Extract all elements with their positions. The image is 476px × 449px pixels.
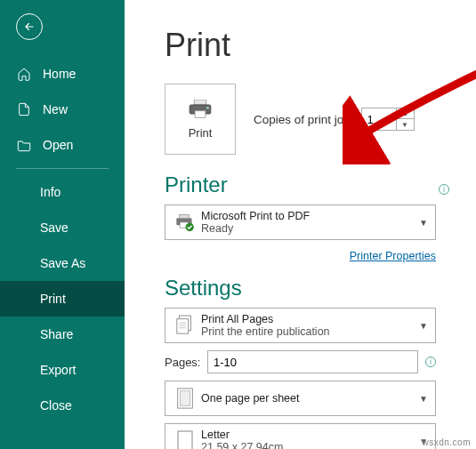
pages-icon	[173, 315, 198, 336]
print-pages-dropdown[interactable]: Print All Pages Print the entire publica…	[165, 308, 436, 343]
sidebar-item-open[interactable]: Open	[0, 127, 125, 163]
copies-input[interactable]	[362, 113, 396, 126]
sidebar-item-save[interactable]: Save	[0, 210, 125, 245]
sidebar-item-save-as[interactable]: Save As	[0, 245, 125, 281]
main-panel: Print Print Copies of print job: ▲ ▼ Pri…	[125, 0, 476, 449]
svg-rect-15	[178, 431, 192, 449]
chevron-down-icon: ▼	[419, 321, 428, 331]
sidebar-item-share[interactable]: Share	[0, 317, 125, 352]
page-title: Print	[165, 27, 449, 64]
sidebar-item-close[interactable]: Close	[0, 388, 125, 423]
pages-info-icon[interactable]: i	[425, 357, 436, 367]
sheet-setting-title: One page per sheet	[201, 392, 419, 405]
sidebar-item-label: Open	[43, 138, 73, 152]
copies-spinner-down[interactable]: ▼	[397, 119, 414, 130]
settings-section-title: Settings	[165, 276, 449, 301]
svg-rect-2	[195, 110, 206, 117]
sheet-icon	[173, 388, 198, 409]
printer-icon	[188, 100, 213, 119]
sidebar-item-export[interactable]: Export	[0, 352, 125, 388]
chevron-down-icon: ▼	[419, 394, 428, 404]
svg-rect-5	[179, 214, 189, 218]
printer-info-icon[interactable]: i	[439, 184, 449, 195]
sidebar-divider	[16, 168, 109, 169]
pages-range-row: Pages: i	[165, 350, 436, 373]
back-arrow-icon	[23, 20, 36, 33]
sidebar-item-new[interactable]: New	[0, 92, 125, 127]
sidebar-item-info[interactable]: Info	[0, 174, 125, 210]
copies-label: Copies of print job:	[254, 113, 354, 126]
back-button[interactable]	[16, 13, 43, 40]
copies-group: Copies of print job: ▲ ▼	[254, 108, 415, 131]
pages-range-input[interactable]	[207, 350, 418, 373]
paper-icon	[173, 430, 198, 449]
home-icon	[16, 67, 32, 81]
print-row: Print Copies of print job: ▲ ▼	[165, 84, 449, 155]
copies-spinner: ▲ ▼	[396, 108, 414, 130]
printer-properties-link[interactable]: Printer Properties	[350, 250, 436, 262]
pages-setting-title: Print All Pages	[201, 313, 419, 325]
sidebar-item-label: New	[43, 102, 68, 116]
svg-point-3	[206, 107, 209, 109]
sidebar-item-label: Export	[40, 363, 76, 377]
backstage-sidebar: Home New Open Info Save Save As Print Sh…	[0, 0, 125, 449]
open-icon	[16, 138, 32, 152]
sidebar-item-print[interactable]: Print	[0, 281, 125, 317]
printer-dropdown[interactable]: Microsoft Print to PDF Ready ▼	[165, 204, 436, 240]
sidebar-item-label: Close	[40, 398, 72, 413]
sidebar-item-home[interactable]: Home	[0, 56, 125, 92]
pages-setting-sub: Print the entire publication	[201, 325, 419, 338]
watermark: wsxdn.com	[422, 437, 471, 447]
paper-dropdown[interactable]: Letter 21.59 x 27.94cm ▼	[165, 423, 436, 449]
sidebar-item-label: Print	[40, 292, 66, 306]
printer-status: Ready	[201, 222, 419, 235]
sidebar-item-label: Save	[40, 220, 69, 235]
svg-rect-0	[194, 100, 206, 105]
sidebar-item-label: Info	[40, 185, 61, 199]
new-icon	[16, 102, 32, 116]
sidebar-item-label: Save As	[40, 256, 85, 270]
copies-input-container: ▲ ▼	[361, 108, 415, 131]
paper-setting-title: Letter	[201, 429, 419, 441]
printer-section-title: Printer	[165, 172, 228, 197]
copies-spinner-up[interactable]: ▲	[397, 108, 414, 119]
sheet-dropdown[interactable]: One page per sheet ▼	[165, 381, 436, 416]
print-button-label: Print	[189, 126, 213, 140]
sidebar-item-label: Home	[43, 67, 76, 81]
sidebar-item-label: Share	[40, 327, 73, 341]
printer-name: Microsoft Print to PDF	[201, 210, 419, 222]
pages-label: Pages:	[165, 356, 200, 369]
print-button[interactable]: Print	[165, 84, 236, 155]
printer-status-icon	[173, 212, 198, 232]
paper-setting-size: 21.59 x 27.94cm	[201, 441, 419, 449]
svg-rect-9	[177, 319, 189, 334]
svg-rect-14	[180, 391, 190, 406]
chevron-down-icon: ▼	[419, 218, 428, 228]
